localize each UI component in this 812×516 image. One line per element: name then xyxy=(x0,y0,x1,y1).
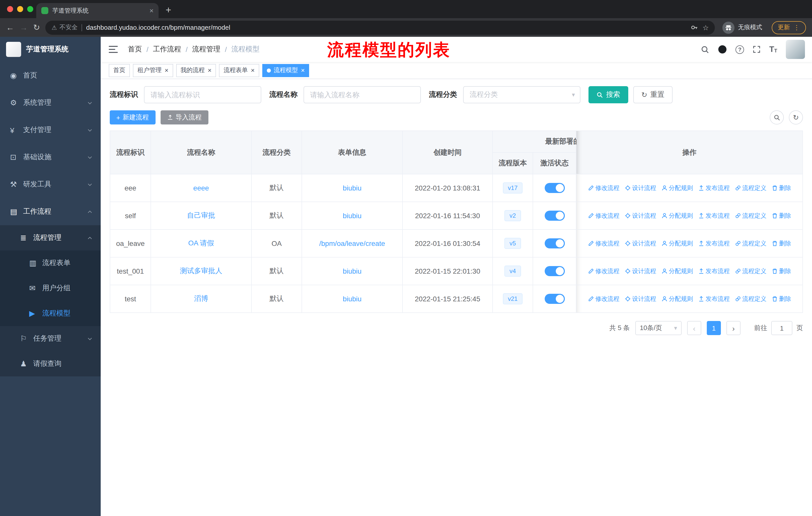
form-link[interactable]: biubiu xyxy=(343,295,362,303)
help-icon[interactable]: ? xyxy=(735,45,744,54)
sidebar-item-user-group[interactable]: ✉ 用户分组 xyxy=(0,276,101,301)
process-name-input[interactable] xyxy=(303,86,421,103)
tag-process-model[interactable]: 流程模型 × xyxy=(262,64,309,77)
assign-rule-link[interactable]: 分配规则 xyxy=(661,211,693,220)
modify-process-link[interactable]: 修改流程 xyxy=(588,239,619,248)
sidebar-item-process-form[interactable]: ▥ 流程表单 xyxy=(0,250,101,276)
refresh-table-button[interactable]: ↻ xyxy=(789,110,803,125)
process-definition-link[interactable]: 流程定义 xyxy=(735,184,766,192)
page-size-select[interactable]: 10条/页 ▾ xyxy=(635,321,682,335)
next-page-button[interactable]: › xyxy=(726,321,741,335)
sidebar-item-process-model[interactable]: ▶ 流程模型 xyxy=(0,301,101,326)
breadcrumb-workflow[interactable]: 工作流程 xyxy=(153,45,181,54)
version-badge[interactable]: v17 xyxy=(503,182,523,194)
active-toggle[interactable] xyxy=(545,211,564,221)
process-definition-link[interactable]: 流程定义 xyxy=(735,239,766,248)
maximize-window-button[interactable] xyxy=(27,6,33,12)
form-link[interactable]: /bpm/oa/leave/create xyxy=(319,239,385,247)
design-process-link[interactable]: 设计流程 xyxy=(625,295,656,303)
process-name-link[interactable]: OA 请假 xyxy=(188,239,214,247)
github-icon[interactable] xyxy=(718,45,727,54)
assign-rule-link[interactable]: 分配规则 xyxy=(661,267,693,275)
url-text[interactable]: dashboard.yudao.iocoder.cn/bpm/manager/m… xyxy=(86,24,687,31)
publish-process-link[interactable]: 发布流程 xyxy=(698,211,730,220)
browser-tab[interactable]: 芋道管理系统 × xyxy=(36,3,158,18)
user-avatar[interactable] xyxy=(786,40,805,59)
publish-process-link[interactable]: 发布流程 xyxy=(698,239,730,248)
security-label[interactable]: 不安全 xyxy=(59,23,78,32)
sidebar-item-workflow[interactable]: ▤ 工作流程 xyxy=(0,198,101,225)
form-link[interactable]: biubiu xyxy=(343,184,362,192)
fullscreen-icon[interactable] xyxy=(753,45,761,53)
modify-process-link[interactable]: 修改流程 xyxy=(588,211,619,220)
design-process-link[interactable]: 设计流程 xyxy=(625,184,656,192)
font-size-icon[interactable]: TT xyxy=(769,45,777,53)
process-name-link[interactable]: eeee xyxy=(193,184,209,192)
breadcrumb-home[interactable]: 首页 xyxy=(128,45,142,54)
sidebar-item-leave-query[interactable]: ♟ 请假查询 xyxy=(0,351,101,376)
design-process-link[interactable]: 设计流程 xyxy=(625,267,656,275)
publish-process-link[interactable]: 发布流程 xyxy=(698,267,730,275)
minimize-window-button[interactable] xyxy=(17,6,23,12)
assign-rule-link[interactable]: 分配规则 xyxy=(661,295,693,303)
modify-process-link[interactable]: 修改流程 xyxy=(588,267,619,275)
form-link[interactable]: biubiu xyxy=(343,267,362,275)
delete-link[interactable]: 删除 xyxy=(772,295,791,303)
publish-process-link[interactable]: 发布流程 xyxy=(698,295,730,303)
show-search-toggle-button[interactable] xyxy=(770,110,784,125)
version-badge[interactable]: v2 xyxy=(504,210,521,221)
import-process-button[interactable]: 导入流程 xyxy=(160,110,208,125)
key-icon[interactable] xyxy=(691,24,698,31)
active-toggle[interactable] xyxy=(545,238,564,248)
sidebar-item-process-management[interactable]: ≣ 流程管理 xyxy=(0,225,101,250)
search-icon[interactable] xyxy=(701,45,709,54)
assign-rule-link[interactable]: 分配规则 xyxy=(661,184,693,192)
back-button[interactable]: ← xyxy=(6,23,14,32)
close-icon[interactable]: × xyxy=(165,67,168,74)
delete-link[interactable]: 删除 xyxy=(772,184,791,192)
page-number-current[interactable]: 1 xyxy=(707,321,721,335)
sidebar-item-home[interactable]: ◉ 首页 xyxy=(0,62,101,89)
prev-page-button[interactable]: ‹ xyxy=(687,321,701,335)
tab-close-icon[interactable]: × xyxy=(149,7,153,14)
version-badge[interactable]: v4 xyxy=(504,265,521,277)
incognito-profile-chip[interactable]: 无痕模式 xyxy=(722,21,762,33)
goto-page-input[interactable] xyxy=(771,321,792,335)
version-badge[interactable]: v5 xyxy=(504,238,521,249)
search-button[interactable]: 搜索 xyxy=(588,86,628,103)
form-link[interactable]: biubiu xyxy=(343,212,362,220)
active-toggle[interactable] xyxy=(545,183,564,193)
category-select[interactable]: 流程分类 ▾ xyxy=(463,86,580,103)
tag-tenant-management[interactable]: 租户管理 × xyxy=(133,64,173,77)
process-definition-link[interactable]: 流程定义 xyxy=(735,211,766,220)
process-name-link[interactable]: 自己审批 xyxy=(187,211,215,219)
design-process-link[interactable]: 设计流程 xyxy=(625,211,656,220)
close-icon[interactable]: × xyxy=(301,67,305,74)
forward-button[interactable]: → xyxy=(20,23,28,32)
tag-my-process[interactable]: 我的流程 × xyxy=(176,64,216,77)
process-id-input[interactable] xyxy=(144,86,261,103)
close-icon[interactable]: × xyxy=(251,67,255,74)
sidebar-item-system[interactable]: ⚙ 系统管理 xyxy=(0,89,101,116)
create-process-button[interactable]: + 新建流程 xyxy=(110,110,155,125)
process-name-link[interactable]: 滔博 xyxy=(194,294,208,302)
active-toggle[interactable] xyxy=(545,294,564,304)
assign-rule-link[interactable]: 分配规则 xyxy=(661,239,693,248)
app-logo-row[interactable]: 芋道管理系统 xyxy=(0,37,101,62)
sidebar-item-devtools[interactable]: ⚒ 研发工具 xyxy=(0,171,101,198)
sidebar-item-infrastructure[interactable]: ⊡ 基础设施 xyxy=(0,144,101,171)
delete-link[interactable]: 删除 xyxy=(772,267,791,275)
close-window-button[interactable] xyxy=(7,6,13,12)
bookmark-star-icon[interactable]: ☆ xyxy=(702,23,709,31)
delete-link[interactable]: 删除 xyxy=(772,239,791,248)
sidebar-item-task-management[interactable]: ⚐ 任务管理 xyxy=(0,326,101,351)
publish-process-link[interactable]: 发布流程 xyxy=(698,184,730,192)
tag-process-form[interactable]: 流程表单 × xyxy=(219,64,259,77)
sidebar-item-payment[interactable]: ¥ 支付管理 xyxy=(0,116,101,144)
process-name-link[interactable]: 测试多审批人 xyxy=(180,267,222,275)
breadcrumb-process-management[interactable]: 流程管理 xyxy=(192,45,221,54)
collapse-sidebar-icon[interactable] xyxy=(101,37,126,62)
address-bar[interactable]: ⚠ 不安全 dashboard.yudao.iocoder.cn/bpm/man… xyxy=(46,20,715,34)
version-badge[interactable]: v21 xyxy=(503,293,523,305)
active-toggle[interactable] xyxy=(545,266,564,276)
